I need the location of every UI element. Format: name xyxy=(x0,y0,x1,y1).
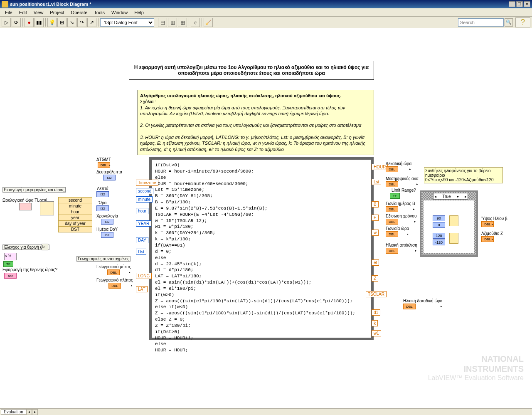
app-icon xyxy=(2,1,8,7)
case-selector[interactable]: ◂ True ▾ ▸ xyxy=(433,193,468,200)
minimize-button[interactable]: _ xyxy=(509,1,515,7)
resize-button[interactable]: ▦ xyxy=(178,18,187,27)
dbl-terminal: DBL xyxy=(98,162,110,168)
menu-file[interactable]: File xyxy=(2,9,16,16)
unbundle-by-name[interactable]: second minute hour year day of year DST xyxy=(58,197,92,232)
const-m120[interactable]: -120 xyxy=(433,240,445,245)
tunnel-e[interactable]: E xyxy=(372,215,379,221)
indicator-declination[interactable]: Ηλιακή απόκλιση DBL xyxy=(386,243,417,254)
seconds-to-datetime-node[interactable] xyxy=(40,201,54,215)
tunnel-lst[interactable]: Lst xyxy=(372,179,381,185)
control-seconds[interactable]: Δευτερόλεπτα I32 xyxy=(96,170,122,180)
indicator-decimal-hour[interactable]: Δεκαδική ώρα DBL xyxy=(386,161,411,172)
abort-button[interactable]: ● xyxy=(25,18,34,27)
chevron-right-icon[interactable]: ▸ xyxy=(465,194,467,199)
format-string-constant[interactable]: s % xyxy=(4,253,17,260)
tunnel-dst[interactable]: Dst xyxy=(136,249,146,255)
indicator-eq-of-time[interactable]: Εξίσωση χρόνου DBL xyxy=(386,214,416,225)
string-indicator[interactable]: abc xyxy=(4,273,17,279)
algo-p3: 3. HOUR: η ώρα σε δεκαδική μορφή, LAT/LO… xyxy=(140,134,371,152)
control-doy[interactable]: Ημέρα DoY I32 xyxy=(96,227,118,238)
chevron-left-icon[interactable]: ◂ xyxy=(434,194,436,199)
run-continuous-button[interactable]: ⟳ xyxy=(12,18,21,27)
step-out-button[interactable]: ↗ xyxy=(87,18,96,27)
indicator-hour-angle[interactable]: Γωνιαία ώρα DBL xyxy=(386,226,409,237)
inrange-node-1[interactable] xyxy=(449,215,458,226)
run-button[interactable]: ▷ xyxy=(2,18,11,27)
tunnel-tsolar[interactable]: TSOLAR xyxy=(366,291,387,297)
menubar: File Edit View Project Operate Tools Win… xyxy=(0,8,532,17)
label-azimuth: Αζιμούθιο Ζ xyxy=(481,231,503,236)
tunnel-minute[interactable]: minute xyxy=(136,196,153,203)
compare-node[interactable]: ▷ xyxy=(42,244,48,250)
align-button[interactable]: ▤ xyxy=(158,18,167,27)
unbundle-dst: DST xyxy=(59,227,92,232)
tunnel-w1[interactable]: w1 xyxy=(372,330,381,336)
distribute-button[interactable]: ▥ xyxy=(168,18,177,27)
control-dtgmt[interactable]: ΔTGMT DBL xyxy=(96,157,111,168)
indicator-day-angle[interactable]: Γωνία ημέρας Β DBL xyxy=(386,201,415,212)
search-button[interactable]: 🔍 xyxy=(505,18,513,27)
cleanup-button[interactable]: 🧹 xyxy=(204,18,213,27)
menu-edit[interactable]: Edit xyxy=(16,9,30,16)
block-diagram-canvas[interactable]: Η εφαρμογή αυτή υπολογίζει μέσω του 1ου … xyxy=(0,28,532,407)
step-over-button[interactable]: ↷ xyxy=(77,18,86,27)
status-tab[interactable]: Evaluation xyxy=(1,409,26,415)
tunnel-d1[interactable]: d1 xyxy=(372,309,380,316)
scroll-left-icon[interactable]: ◂ xyxy=(26,409,32,415)
control-year[interactable]: Χρονολογία I32 xyxy=(96,214,118,225)
label-input-datetime: Εισαγωγή ημερομηνίας και ώρας xyxy=(2,187,66,193)
restore-button[interactable]: ❐ xyxy=(516,1,523,7)
tunnel-k[interactable]: k xyxy=(372,320,378,326)
inrange-node-2[interactable] xyxy=(449,233,458,244)
const-120[interactable]: 120 xyxy=(433,233,445,239)
const-90[interactable]: 90 xyxy=(433,215,445,221)
boolean-tf[interactable]: TF xyxy=(3,261,13,267)
tunnel-w[interactable]: w xyxy=(372,230,379,236)
tunnel-long[interactable]: LONG xyxy=(136,273,152,279)
search-input[interactable] xyxy=(458,18,504,27)
timestamp-constant[interactable] xyxy=(19,203,32,210)
toolbar-separator xyxy=(189,18,189,27)
tunnel-hour[interactable]: hour xyxy=(136,208,148,214)
scroll-right-icon[interactable]: ▸ xyxy=(32,409,38,415)
tunnel-b[interactable]: B xyxy=(372,201,379,208)
reorder-button[interactable]: ☼ xyxy=(191,18,200,27)
case-structure[interactable]: ◂ True ▾ ▸ 90 0 120 -120 xyxy=(420,190,478,257)
pause-button[interactable]: ▮▮ xyxy=(34,18,44,27)
indicator-azimuth[interactable]: DBL xyxy=(481,236,494,242)
indicator-meridian[interactable]: Μεσημβρινός ανα DBL xyxy=(386,176,419,187)
label-limit-range: Limit Range? xyxy=(392,188,416,193)
highlight-execution-button[interactable]: 💡 xyxy=(47,18,57,27)
tunnel-z[interactable]: Z xyxy=(372,275,378,282)
menu-project[interactable]: Project xyxy=(47,9,67,16)
const-0[interactable]: 0 xyxy=(433,222,445,228)
dbl-terminal: DBL xyxy=(386,166,398,172)
formula-node[interactable]: if(Dst>0) HOUR = hour-1+minute/60+second… xyxy=(149,157,374,340)
toolbar-separator xyxy=(98,18,99,27)
control-latitude[interactable]: Γεωγραφικό πλάτος DBL xyxy=(96,278,133,289)
control-longitude[interactable]: Γεωγραφικό μήκος DBL xyxy=(96,264,131,275)
control-hour[interactable]: Ώρα I32 xyxy=(96,200,109,211)
menu-help[interactable]: Help xyxy=(131,9,147,16)
menu-operate[interactable]: Operate xyxy=(68,9,91,16)
tunnel-lat[interactable]: LAT xyxy=(136,286,148,292)
step-into-button[interactable]: ↘ xyxy=(67,18,76,27)
tunnel-year[interactable]: YEAR xyxy=(136,220,151,227)
close-button[interactable]: ✕ xyxy=(524,1,530,7)
tunnel-day[interactable]: DAY xyxy=(136,237,148,243)
tunnel-timezone[interactable]: Timezone xyxy=(136,180,158,186)
context-help-button[interactable]: ? xyxy=(515,17,530,27)
tunnel-second[interactable]: second xyxy=(136,188,153,194)
menu-tools[interactable]: Tools xyxy=(91,9,108,16)
indicator-solar-hour[interactable]: Ηλιακή δεκαδική ώρα DBL xyxy=(403,299,443,309)
chevron-down-icon[interactable]: ▾ xyxy=(457,194,459,199)
tunnel-el[interactable]: el xyxy=(372,259,379,266)
retain-wire-button[interactable]: ⊞ xyxy=(57,18,66,27)
bool-limit-range[interactable]: TF xyxy=(390,193,400,199)
font-selector[interactable]: 13pt Dialog Font xyxy=(100,18,154,27)
menu-window[interactable]: Window xyxy=(108,9,131,16)
menu-view[interactable]: View xyxy=(30,9,47,16)
indicator-elevation[interactable]: DBL xyxy=(481,221,494,227)
control-minutes[interactable]: Λεπτά I32 xyxy=(96,186,109,197)
